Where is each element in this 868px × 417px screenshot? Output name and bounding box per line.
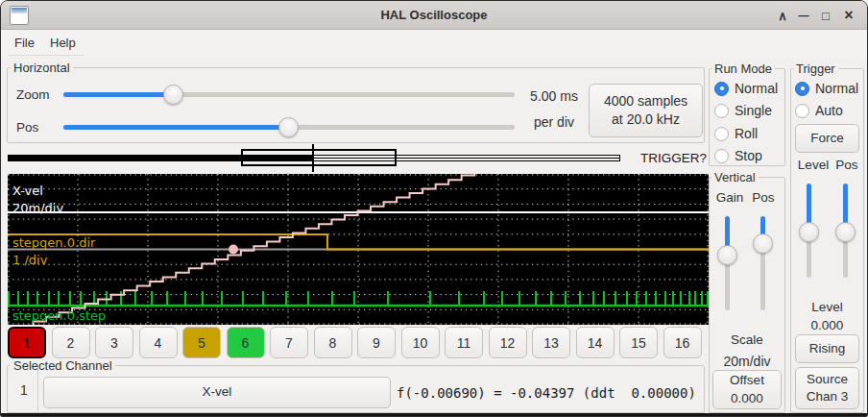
radio-icon bbox=[714, 104, 729, 118]
svg-text:1 /div: 1 /div bbox=[12, 253, 48, 267]
channel-button-row: 1 2 3 4 5 6 7 8 9 10 11 12 13 14 15 16 bbox=[8, 327, 705, 358]
channel-button-3[interactable]: 3 bbox=[95, 327, 133, 358]
offset-caption: Offset bbox=[730, 372, 764, 389]
trigger-slope-button[interactable]: Rising bbox=[795, 334, 859, 363]
scale-caption: Scale bbox=[709, 332, 785, 347]
channel-button-7[interactable]: 7 bbox=[270, 327, 308, 358]
trigger-pos-slider-label: Pos bbox=[833, 158, 860, 172]
selected-channel-label: Selected Channel bbox=[11, 358, 115, 373]
selected-channel-name-button[interactable]: X-vel bbox=[43, 377, 391, 408]
svg-text:20m/div: 20m/div bbox=[12, 201, 63, 215]
trigger-level-caption: Level bbox=[790, 300, 864, 314]
view-window-box bbox=[241, 149, 397, 166]
channel-button-4[interactable]: 4 bbox=[139, 327, 178, 358]
channel-value-readout: f(-0.00690) = -0.04397 (ddt 0.00000) bbox=[397, 385, 696, 401]
channel-button-8[interactable]: 8 bbox=[314, 327, 352, 358]
selected-channel-name: X-vel bbox=[203, 383, 232, 401]
hpos-slider-fill bbox=[63, 125, 289, 130]
pos-slider-label: Pos bbox=[16, 120, 38, 135]
radio-selected-icon bbox=[714, 82, 729, 96]
trigger-position-line bbox=[312, 144, 314, 172]
time-per-div-value: 5.00 ms bbox=[522, 88, 586, 104]
selected-channel-number: 1 bbox=[12, 382, 36, 398]
trigger-source-caption: Source bbox=[807, 371, 848, 388]
time-per-div-caption: per div bbox=[522, 114, 586, 130]
zoom-slider-handle[interactable] bbox=[163, 85, 183, 105]
close-button[interactable]: × bbox=[839, 5, 858, 26]
run-mode-group-label: Run Mode bbox=[711, 61, 775, 76]
channel-button-12[interactable]: 12 bbox=[489, 327, 527, 358]
selected-channel-separator bbox=[37, 367, 38, 411]
trigger-level-slider-handle[interactable] bbox=[799, 222, 819, 242]
channel-button-14[interactable]: 14 bbox=[576, 327, 615, 358]
samples-line1: 4000 samples bbox=[604, 92, 687, 110]
scale-value: 20m/div bbox=[709, 354, 785, 369]
menu-file[interactable]: File bbox=[12, 36, 37, 50]
gain-slider-label: Gain bbox=[713, 190, 746, 205]
zoom-slider-label: Zoom bbox=[16, 87, 50, 102]
menubar: File Help bbox=[1, 30, 867, 57]
radio-icon bbox=[714, 149, 729, 163]
window-bottom-edge bbox=[1, 413, 867, 417]
trigger-pos-slider-handle[interactable] bbox=[835, 222, 856, 242]
window-title: HAL Oscilloscope bbox=[1, 8, 867, 22]
trigger-level-slider-label: Level bbox=[796, 158, 831, 172]
channel-button-16[interactable]: 16 bbox=[663, 327, 702, 358]
trigger-level-value: 0.000 bbox=[790, 318, 864, 332]
menu-help[interactable]: Help bbox=[47, 36, 79, 50]
trigger-group-label: Trigger bbox=[793, 61, 838, 76]
trigger-source-value: Chan 3 bbox=[807, 388, 849, 405]
app-window: HAL Oscilloscope ∧ — □ × File Help Horiz… bbox=[0, 0, 868, 417]
channel-button-5[interactable]: 5 bbox=[182, 327, 221, 358]
channel-button-15[interactable]: 15 bbox=[619, 327, 658, 358]
trigger-source-button[interactable]: Source Chan 3 bbox=[795, 367, 859, 409]
radio-icon bbox=[714, 127, 729, 141]
runmode-radio-stop[interactable]: Stop bbox=[714, 148, 762, 163]
zoom-slider-fill bbox=[63, 92, 174, 97]
horizontal-group-label: Horizontal bbox=[11, 61, 73, 75]
maximize-button[interactable]: □ bbox=[816, 5, 835, 26]
channel-button-1[interactable]: 1 bbox=[8, 327, 46, 358]
runmode-radio-single[interactable]: Single bbox=[714, 103, 772, 118]
vertical-pos-slider-label: Pos bbox=[750, 190, 777, 205]
channel-button-10[interactable]: 10 bbox=[401, 327, 440, 358]
trigger-status-label: TRIGGER? bbox=[640, 151, 707, 165]
channel-button-6[interactable]: 6 bbox=[227, 327, 265, 358]
trigger-radio-auto[interactable]: Auto bbox=[795, 103, 843, 118]
svg-text:stepgen.0.dir: stepgen.0.dir bbox=[12, 235, 96, 250]
runmode-radio-normal[interactable]: Normal bbox=[714, 81, 778, 96]
offset-value: 0.000 bbox=[731, 390, 763, 407]
menu-separator bbox=[8, 55, 84, 56]
radio-selected-icon bbox=[795, 82, 809, 96]
gain-slider-handle[interactable] bbox=[717, 245, 737, 265]
hpos-slider-handle[interactable] bbox=[278, 117, 299, 137]
force-button[interactable]: Force bbox=[795, 124, 859, 153]
channel-button-9[interactable]: 9 bbox=[357, 327, 396, 358]
vertical-pos-slider-handle[interactable] bbox=[753, 233, 773, 254]
trigger-radio-normal[interactable]: Normal bbox=[795, 81, 858, 96]
minimize-button[interactable]: — bbox=[794, 5, 813, 26]
svg-text:stepgen.0.step: stepgen.0.step bbox=[12, 308, 106, 323]
shade-button[interactable]: ∧ bbox=[773, 5, 792, 26]
samples-button[interactable]: 4000 samples at 20.0 kHz bbox=[589, 84, 703, 137]
radio-icon bbox=[795, 104, 809, 118]
channel-button-13[interactable]: 13 bbox=[532, 327, 570, 358]
samples-line2: at 20.0 kHz bbox=[612, 110, 680, 129]
runmode-radio-roll[interactable]: Roll bbox=[714, 126, 758, 141]
offset-button[interactable]: Offset 0.000 bbox=[712, 370, 782, 409]
channel-button-11[interactable]: 11 bbox=[445, 327, 483, 358]
channel-button-2[interactable]: 2 bbox=[52, 327, 90, 358]
vertical-group-label: Vertical bbox=[711, 170, 759, 184]
svg-text:X-vel: X-vel bbox=[12, 184, 43, 198]
titlebar: HAL Oscilloscope ∧ — □ × bbox=[1, 1, 867, 30]
scope-display: X-vel20m/divstepgen.0.dir1 /divstepgen.0… bbox=[8, 174, 709, 325]
